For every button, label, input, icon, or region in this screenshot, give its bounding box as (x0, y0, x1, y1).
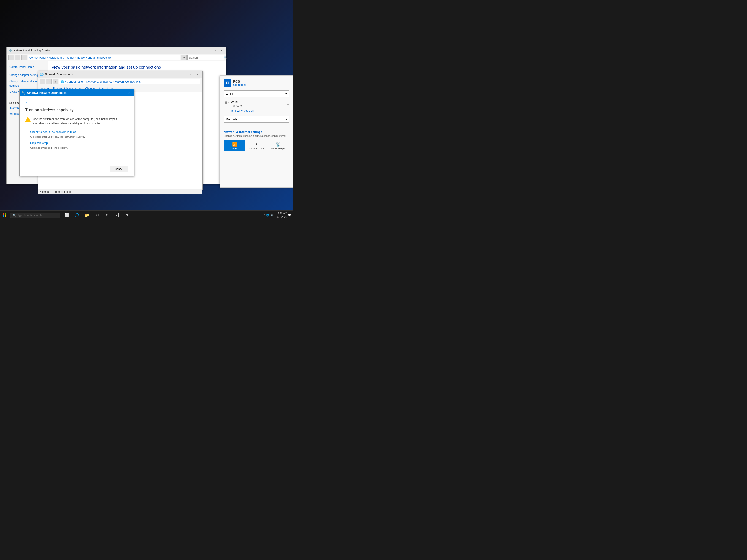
nsc-search-input[interactable] (189, 56, 223, 59)
diag-back-button[interactable]: ← (25, 101, 128, 104)
nc-breadcrumb-icon: 🌐 (61, 80, 64, 83)
nsc-main-heading: View your basic network information and … (51, 65, 222, 70)
search-icon: 🔍 (223, 56, 227, 59)
nc-titlebar[interactable]: 🌐 Network Connections ─ □ ✕ (38, 71, 202, 78)
nsc-search-box[interactable]: 🔍 (187, 55, 224, 60)
nc-close-button[interactable]: ✕ (195, 72, 201, 77)
store-taskbar-icon[interactable]: 🛍 (123, 211, 132, 220)
back-arrow-icon: ← (25, 101, 28, 104)
nc-breadcrumb-nc[interactable]: Network Connections (114, 80, 140, 83)
bottom-quick-actions: 📶 Wi-Fi ✈ Airplane mode 📡 Mobile hotspot (224, 140, 289, 152)
diag-check-link[interactable]: → Check to see if the problem is fixed (25, 130, 128, 134)
nc-up-button[interactable]: ↑ (53, 79, 58, 84)
diag-skip-text[interactable]: Skip this step (30, 141, 48, 144)
breadcrumb-control-panel[interactable]: Control Panel (29, 56, 46, 59)
wifi-dropdown[interactable]: Wi-Fi ▾ (224, 90, 289, 97)
taskbar-search[interactable]: 🔍 (10, 213, 60, 218)
svg-point-13 (226, 105, 227, 105)
taskbar-clock[interactable]: 11:12 AM 10/27/2020 (275, 212, 287, 219)
wifi-turn-on-link[interactable]: Turn Wi-Fi back on (230, 109, 289, 112)
start-button[interactable] (0, 211, 9, 220)
nsc-address-bar: ← → ↑ Control Panel › Network and Intern… (7, 54, 226, 61)
nsc-minimize-button[interactable]: ─ (205, 48, 211, 53)
taskbar: 🔍 ⬜ 🌐 📁 ✉ ⚙ 🖼 🛍 ^ 🌐 🔊 11:12 AM 10/27/202… (0, 210, 293, 220)
diag-skip-sub: Continue trying to fix the problem. (30, 146, 128, 149)
taskbar-time-display: 11:12 AM (275, 212, 287, 215)
manually-dropdown-chevron-icon: ▾ (285, 117, 287, 121)
file-explorer-taskbar-icon[interactable]: 📁 (82, 211, 92, 220)
mail-taskbar-icon[interactable]: ✉ (93, 211, 102, 220)
rcs-icon: 🖥 (224, 79, 231, 87)
diag-skip-link[interactable]: → Skip this step (25, 141, 128, 144)
photos-taskbar-icon[interactable]: 🖼 (112, 211, 122, 220)
nsc-up-button[interactable]: ↑ (21, 55, 27, 60)
nc-window-icon: 🌐 (40, 73, 44, 76)
nsc-back-button[interactable]: ← (8, 55, 14, 60)
windows-logo-icon (3, 213, 6, 217)
sidebar-control-panel-home[interactable]: Control Panel Home (7, 64, 48, 70)
breadcrumb-nsc[interactable]: Network and Sharing Center (77, 56, 111, 59)
nc-back-button[interactable]: ← (40, 79, 45, 84)
nc-breadcrumb-cp[interactable]: Control Panel (67, 80, 83, 83)
tray-notification-icon[interactable]: 💬 (288, 214, 291, 217)
diag-check-text[interactable]: Check to see if the problem is fixed (30, 130, 76, 134)
hotspot-bottom-label: Mobile hotspot (271, 147, 286, 150)
nc-address-bar: ← → ↑ 🌐 › Control Panel › Network and In… (38, 78, 202, 85)
breadcrumb-network-internet[interactable]: Network and Internet (49, 56, 74, 59)
svg-rect-18 (5, 215, 6, 217)
wifi-panel-footer: Network & Internet settings Change setti… (224, 127, 289, 152)
nsc-refresh-button[interactable]: ↻ (181, 55, 186, 60)
task-view-button[interactable]: ⬜ (62, 211, 71, 220)
nc-selected-count: 1 item selected (52, 190, 71, 193)
taskbar-tray: ^ 🌐 🔊 11:12 AM 10/27/2020 💬 (264, 212, 293, 219)
tray-network-icon[interactable]: 🌐 (266, 214, 269, 217)
diag-window-controls: ✕ (126, 90, 132, 95)
nsc-window-controls: ─ □ ✕ (205, 48, 224, 53)
diag-titlebar[interactable]: 🔧 Windows Network Diagnostics ✕ (20, 89, 134, 96)
wifi-section: Wi-Fi Turned off ▶ (224, 101, 289, 107)
diag-heading: Turn on wireless capability (25, 108, 128, 112)
wifi-label: Wi-Fi (231, 101, 243, 104)
hotspot-quick-btn[interactable]: 📡 Mobile hotspot (267, 140, 289, 152)
rcs-info: RCS Connected (233, 80, 289, 86)
manually-dropdown[interactable]: Manually ▾ (224, 116, 289, 123)
diag-warning-text: Use the switch on the front or side of t… (33, 117, 117, 125)
wifi-dropdown-chevron-icon: ▾ (285, 92, 287, 96)
taskbar-search-input[interactable] (18, 214, 54, 217)
net-settings-sub: Change settings, such as making a connec… (224, 134, 289, 137)
nsc-close-button[interactable]: ✕ (218, 48, 224, 53)
wifi-quick-btn[interactable]: 📶 Wi-Fi (224, 140, 245, 152)
nsc-maximize-button[interactable]: □ (212, 48, 217, 53)
svg-rect-16 (5, 213, 6, 215)
rcs-monitor-icon: 🖥 (225, 81, 229, 85)
diag-close-button[interactable]: ✕ (126, 90, 132, 95)
wifi-signal-icon (224, 101, 229, 107)
wifi-bottom-icon: 📶 (232, 142, 237, 147)
tray-chevron-icon[interactable]: ^ (264, 214, 265, 217)
nc-forward-button[interactable]: → (46, 79, 52, 84)
diag-warning-section: Use the switch on the front or side of t… (25, 116, 128, 125)
diag-cancel-button[interactable]: Cancel (110, 166, 128, 172)
airplane-quick-btn[interactable]: ✈ Airplane mode (245, 140, 267, 152)
settings-taskbar-icon[interactable]: ⚙ (103, 211, 112, 220)
nc-window-title: Network Connections (45, 73, 182, 76)
nsc-address-path[interactable]: Control Panel › Network and Internet › N… (28, 55, 180, 60)
nsc-window-title: Network and Sharing Center (14, 49, 205, 52)
nc-maximize-button[interactable]: □ (188, 72, 194, 77)
nsc-forward-button[interactable]: → (15, 55, 20, 60)
wifi-panel: 🖥 RCS Connected Wi-Fi ▾ Wi-Fi Turned off… (220, 76, 293, 188)
net-settings-link[interactable]: Network & Internet settings (224, 130, 289, 134)
nc-minimize-button[interactable]: ─ (182, 72, 188, 77)
nsc-titlebar[interactable]: 🔗 Network and Sharing Center ─ □ ✕ (7, 47, 226, 54)
nc-address-path[interactable]: 🌐 › Control Panel › Network and Internet… (59, 79, 201, 84)
wifi-signal-svg (224, 101, 229, 106)
diag-footer: Cancel (110, 166, 128, 172)
wifi-name-status: Wi-Fi Turned off (231, 101, 243, 107)
tray-volume-icon[interactable]: 🔊 (270, 214, 274, 217)
rcs-status: Connected (233, 83, 289, 86)
nsc-window-icon: 🔗 (8, 49, 12, 52)
edge-taskbar-icon[interactable]: 🌐 (72, 211, 81, 220)
wifi-status-arrow-icon: ▶ (286, 102, 289, 106)
nc-breadcrumb-ni[interactable]: Network and Internet (86, 80, 112, 83)
diag-check-sub: Click here after you follow the instruct… (30, 135, 128, 138)
